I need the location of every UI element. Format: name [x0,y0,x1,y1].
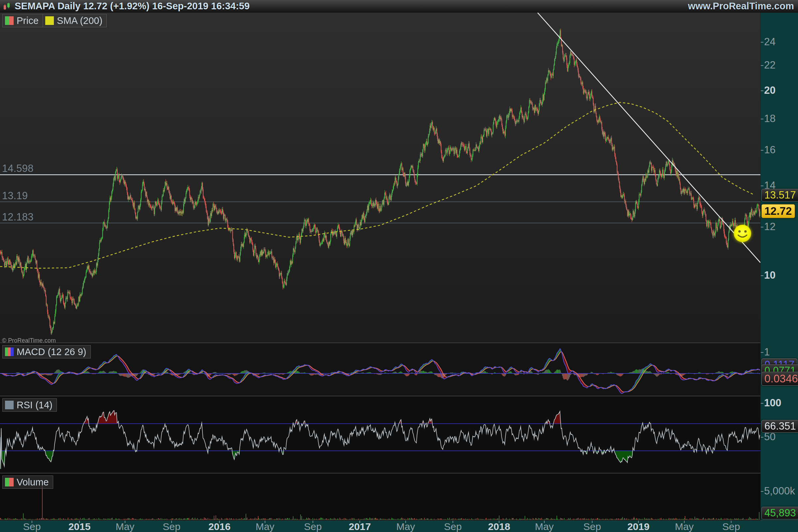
legend-item-rsi[interactable]: RSI (14) [2,398,57,412]
legend-label: MACD (12 26 9) [17,346,87,358]
axis-tick-mark [761,491,763,492]
legend-item-price[interactable]: Price [2,14,43,27]
axis-tick-mark [761,437,763,438]
axis-tick-mark [761,352,763,353]
price-series-icon [5,16,14,25]
time-tick-label: 2016 [208,521,231,532]
legend-label: SMA (200) [57,15,102,26]
last-price-tag: 12.72 [761,204,795,218]
axis-tick-label: 22 [764,59,775,71]
price-level-label: 13.19 [2,190,28,202]
time-tick-label: Sep [23,521,41,532]
prorealtime-chart-window: SEMAPA Daily 12.72 (+1.92%) 16-Sep-2019 … [0,0,798,532]
chart-plot-area: Price SMA (200) 14.598 13.19 12.183 © Pr… [0,13,760,520]
volume-chart-canvas[interactable] [0,473,760,520]
time-tick-label: May [256,521,274,532]
legend-item-macd[interactable]: MACD (12 26 9) [2,345,91,358]
axis-tick-label: 18 [764,113,775,125]
price-legend: Price SMA (200) [3,14,107,27]
macd-chart-canvas[interactable] [0,342,760,396]
time-tick-label: 2017 [349,521,371,532]
candlestick-chart-icon [3,2,11,11]
sma-value-tag: 13.517 [761,189,798,202]
rsi-chart-canvas[interactable] [0,396,760,473]
time-tick-label: 2015 [69,521,91,532]
axis-tick-label: 50 [764,431,775,443]
macd-legend: MACD (12 26 9) [3,345,91,358]
time-tick-label: Sep [722,521,740,532]
time-tick-label: Sep [583,521,601,532]
macd-signal-value-tag: 0.0346 [761,372,798,386]
macd-series-icon [5,347,14,356]
instrument-title: SEMAPA Daily 12.72 (+1.92%) 16-Sep-2019 … [15,1,250,12]
rsi-series-icon [5,401,14,409]
title-bar: SEMAPA Daily 12.72 (+1.92%) 16-Sep-2019 … [0,0,798,13]
legend-label: RSI (14) [17,399,53,411]
copyright-watermark: © ProRealTime.com [2,337,56,344]
axis-tick-mark [761,186,763,186]
price-chart-canvas[interactable] [0,13,760,342]
price-level-label: 12.183 [2,211,34,223]
axis-tick-label: 24 [764,36,775,48]
axis-tick-label: 16 [764,144,775,156]
time-tick-label: 2019 [627,521,650,532]
axis-tick-mark [761,91,763,91]
legend-label: Volume [17,476,49,488]
volume-series-icon [5,478,14,487]
volume-legend: Volume [3,475,53,489]
legend-label: Price [17,15,39,26]
time-tick-label: Sep [304,521,322,532]
axis-tick-label: 5,000k [764,485,795,497]
time-tick-label: May [675,521,694,532]
axis-tick-mark [761,150,763,151]
legend-item-sma200[interactable]: SMA (200) [42,14,107,27]
axis-tick-label: 100 [764,397,781,409]
sma-series-icon [45,16,54,25]
price-level-label: 14.598 [2,163,34,174]
axis-tick-mark [761,275,763,276]
axis-tick-mark [761,42,763,42]
axis-tick-mark [761,227,763,227]
axis-tick-label: 12 [764,221,775,233]
time-tick-label: Sep [163,521,180,532]
axis-tick-label: 20 [764,84,775,96]
axis-tick-mark [761,403,763,404]
axis-tick-mark [761,119,763,119]
time-tick-label: 2018 [488,521,510,532]
axis-tick-mark [761,65,763,66]
time-tick-label: May [396,521,415,532]
volume-value-tag: 45,893 [761,507,798,519]
rsi-legend: RSI (14) [3,398,57,412]
axis-tick-label: 1 [764,346,770,358]
time-tick-label: Sep [444,521,461,532]
axis-tick-label: 10 [764,269,775,281]
time-axis[interactable]: Sep2015MaySep2016MaySep2017MaySep2018May… [0,520,798,532]
smiley-icon[interactable] [733,224,753,243]
time-tick-label: May [535,521,554,532]
site-link[interactable]: www.ProRealTime.com [688,1,794,12]
legend-item-volume[interactable]: Volume [2,475,53,489]
rsi-value-tag: 66.351 [761,420,798,433]
price-axis-gutter[interactable]: 13.517 12.72 0.1117 0.0771 0.0346 66.351… [760,13,798,520]
time-tick-label: May [116,521,135,532]
